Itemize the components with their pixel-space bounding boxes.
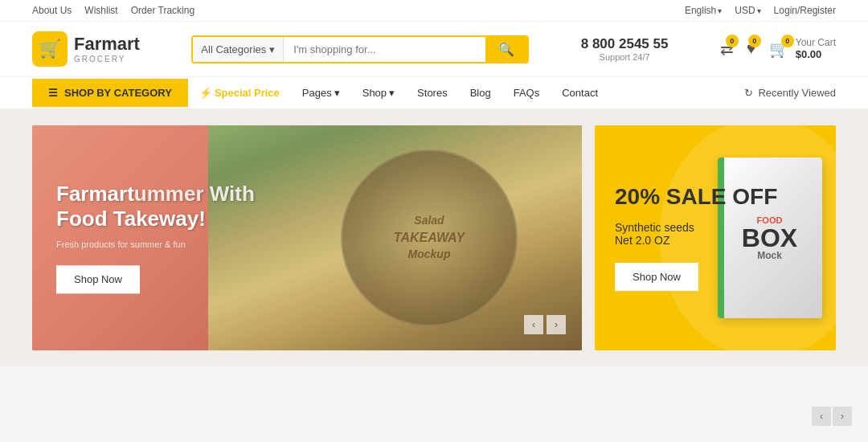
promo-sub2: Net 2.0 OZ xyxy=(615,234,816,247)
shop-by-category-button[interactable]: ☰ SHOP BY CATEGORY xyxy=(32,79,188,107)
cart-icon-wrapper: 🛒 0 xyxy=(769,39,789,59)
nav-blog[interactable]: Blog xyxy=(459,77,502,108)
promo-banner: FOOD BOX Mock 20% SALE OFF Synthetic see… xyxy=(595,125,836,350)
promo-title: 20% SALE OFF xyxy=(615,185,816,210)
top-bar-right: English ▾ USD ▾ Login/Register xyxy=(685,5,836,16)
hero-navigation: ‹ › xyxy=(524,315,566,334)
nav-special-price[interactable]: ⚡ Special Price xyxy=(188,77,291,108)
nav-links: ⚡ Special Price Pages ▾ Shop ▾ Stores Bl… xyxy=(188,77,745,108)
cart-badge: 0 xyxy=(781,35,794,47)
hero-content: Farmartummer With Food Takeway! Fresh pr… xyxy=(56,182,255,293)
recently-viewed[interactable]: ↻ Recently Viewed xyxy=(744,87,836,99)
nav-shop[interactable]: Shop ▾ xyxy=(351,77,406,108)
search-input[interactable] xyxy=(284,37,485,62)
search-bar: All Categories ▾ 🔍 xyxy=(191,35,529,63)
cart-amount: $0.00 xyxy=(796,48,836,61)
search-button[interactable]: 🔍 xyxy=(485,37,527,62)
header: 🛒 Farmart GROCERY All Categories ▾ 🔍 8 8… xyxy=(0,22,868,77)
logo[interactable]: 🛒 Farmart GROCERY xyxy=(32,31,140,67)
compare-button[interactable]: ⇄ 0 xyxy=(720,39,734,59)
category-dropdown[interactable]: All Categories ▾ xyxy=(193,37,284,62)
chevron-down-icon: ▾ xyxy=(334,87,340,99)
login-register-link[interactable]: Login/Register xyxy=(774,5,836,16)
order-tracking-link[interactable]: Order Tracking xyxy=(131,5,194,16)
promo-sub1: Synthetic seeds xyxy=(615,221,816,234)
about-us-link[interactable]: About Us xyxy=(32,5,72,16)
nav-faqs[interactable]: FAQs xyxy=(502,77,551,108)
chevron-down-icon: ▾ xyxy=(269,43,275,55)
promo-content: 20% SALE OFF Synthetic seeds Net 2.0 OZ … xyxy=(615,185,816,291)
logo-icon: 🛒 xyxy=(32,31,68,67)
brand-sub: GROCERY xyxy=(74,55,140,63)
menu-icon: ☰ xyxy=(48,87,58,99)
wishlist-badge: 0 xyxy=(748,35,761,47)
nav-pages[interactable]: Pages ▾ xyxy=(291,77,351,108)
hero-banner: SaladTAKEAWAYMockup Farmartummer With Fo… xyxy=(32,125,582,350)
top-bar-links: About Us Wishlist Order Tracking xyxy=(32,5,194,16)
chevron-down-icon: ▾ xyxy=(389,87,395,99)
phone-number: 8 800 2545 55 xyxy=(581,36,669,52)
support-text: Support 24/7 xyxy=(581,52,669,62)
navigation: ☰ SHOP BY CATEGORY ⚡ Special Price Pages… xyxy=(0,77,868,109)
chevron-down-icon: ▾ xyxy=(757,6,761,15)
wishlist-button[interactable]: ♥ 0 xyxy=(747,39,756,58)
hero-title: Farmartummer With Food Takeway! xyxy=(56,182,255,231)
lightning-icon: ⚡ xyxy=(199,87,212,99)
wishlist-link[interactable]: Wishlist xyxy=(84,5,117,16)
hero-prev-button[interactable]: ‹ xyxy=(524,315,543,334)
hero-subtitle: Fresh products for summer & fun xyxy=(56,240,255,250)
top-bar: About Us Wishlist Order Tracking English… xyxy=(0,0,868,22)
phone-info: 8 800 2545 55 Support 24/7 xyxy=(581,36,669,62)
brand-name: Farmart xyxy=(74,35,140,54)
salad-label: SaladTAKEAWAYMockup xyxy=(394,213,465,263)
header-actions: ⇄ 0 ♥ 0 🛒 0 Your Cart $0.00 xyxy=(720,37,836,61)
nav-contact[interactable]: Contact xyxy=(551,77,609,108)
cart-button[interactable]: 🛒 0 Your Cart $0.00 xyxy=(769,37,836,61)
refresh-icon: ↻ xyxy=(744,87,753,99)
hero-next-button[interactable]: › xyxy=(547,315,566,334)
currency-selector[interactable]: USD ▾ xyxy=(735,5,760,16)
compare-badge: 0 xyxy=(726,35,739,47)
cart-label: Your Cart xyxy=(796,37,836,48)
search-icon: 🔍 xyxy=(498,42,514,57)
chevron-down-icon: ▾ xyxy=(718,6,722,15)
hero-section: SaladTAKEAWAYMockup Farmartummer With Fo… xyxy=(0,109,868,366)
nav-stores[interactable]: Stores xyxy=(406,77,459,108)
hero-shop-now-button[interactable]: Shop Now xyxy=(56,266,140,294)
language-selector[interactable]: English ▾ xyxy=(685,5,722,16)
promo-shop-now-button[interactable]: Shop Now xyxy=(615,263,698,291)
